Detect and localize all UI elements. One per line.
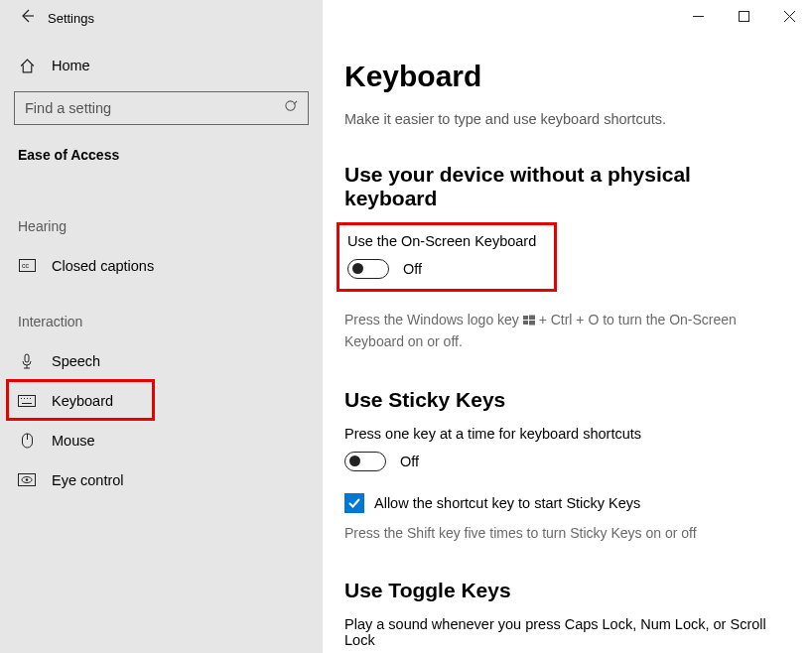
highlight-osk: Use the On-Screen Keyboard Off bbox=[337, 222, 557, 292]
sidebar: Home Ease of Access Hearing cc Closed ca… bbox=[0, 36, 323, 653]
svg-rect-2 bbox=[739, 11, 748, 21]
svg-rect-10 bbox=[19, 395, 36, 406]
sidebar-section-label: Ease of Access bbox=[0, 137, 323, 171]
content-pane: Keyboard Make it easier to type and use … bbox=[323, 36, 812, 653]
sidebar-item-label: Home bbox=[52, 58, 90, 73]
sidebar-item-mouse[interactable]: Mouse bbox=[0, 421, 323, 460]
sidebar-item-eye-control[interactable]: Eye control bbox=[0, 460, 323, 500]
sidebar-item-closed-captions[interactable]: cc Closed captions bbox=[0, 246, 323, 286]
sidebar-group-interaction: Interaction bbox=[0, 286, 323, 341]
svg-rect-9 bbox=[25, 354, 29, 362]
page-subtitle: Make it easier to type and use keyboard … bbox=[344, 111, 782, 127]
sticky-shortcut-checkbox[interactable] bbox=[344, 493, 364, 513]
closed-captions-icon: cc bbox=[18, 259, 36, 273]
sidebar-item-speech[interactable]: Speech bbox=[0, 341, 323, 381]
sidebar-item-label: Speech bbox=[52, 353, 100, 369]
window-title: Settings bbox=[40, 11, 94, 26]
sticky-hint: Press the Shift key five times to turn S… bbox=[344, 523, 771, 543]
sidebar-item-keyboard[interactable]: Keyboard bbox=[0, 381, 323, 421]
back-button[interactable] bbox=[0, 8, 40, 28]
svg-rect-21 bbox=[523, 316, 528, 320]
sticky-toggle-state: Off bbox=[400, 454, 419, 469]
svg-text:cc: cc bbox=[22, 262, 30, 269]
sticky-body: Press one key at a time for keyboard sho… bbox=[344, 426, 782, 442]
osk-hint: Press the Windows logo key + Ctrl + O to… bbox=[344, 310, 771, 352]
close-button[interactable] bbox=[766, 0, 812, 32]
mouse-icon bbox=[18, 433, 36, 450]
minimize-button[interactable] bbox=[675, 0, 721, 32]
sticky-toggle[interactable] bbox=[344, 452, 386, 471]
keyboard-icon bbox=[18, 395, 36, 408]
sidebar-item-label: Eye control bbox=[52, 472, 124, 488]
page-title: Keyboard bbox=[344, 60, 782, 93]
home-icon bbox=[18, 58, 36, 74]
section-heading-osk: Use your device without a physical keybo… bbox=[344, 163, 782, 210]
osk-toggle[interactable] bbox=[347, 259, 389, 279]
svg-rect-23 bbox=[523, 321, 528, 325]
togglekeys-body: Play a sound whenever you press Caps Loc… bbox=[344, 616, 782, 648]
section-heading-toggle: Use Toggle Keys bbox=[344, 579, 782, 602]
maximize-button[interactable] bbox=[721, 0, 766, 32]
windows-logo-icon bbox=[523, 312, 535, 331]
svg-point-5 bbox=[286, 101, 295, 110]
search-input[interactable] bbox=[14, 91, 309, 125]
sidebar-item-home[interactable]: Home bbox=[0, 46, 323, 85]
sidebar-group-hearing: Hearing bbox=[0, 171, 323, 246]
section-heading-sticky: Use Sticky Keys bbox=[344, 388, 782, 412]
svg-point-20 bbox=[26, 478, 29, 481]
eye-icon bbox=[18, 473, 36, 487]
microphone-icon bbox=[18, 353, 36, 370]
sidebar-item-label: Closed captions bbox=[52, 258, 154, 274]
sidebar-item-label: Keyboard bbox=[52, 393, 113, 409]
sidebar-item-label: Mouse bbox=[52, 433, 95, 449]
osk-toggle-state: Off bbox=[403, 261, 422, 277]
osk-label: Use the On-Screen Keyboard bbox=[347, 233, 546, 249]
sticky-checkbox-label: Allow the shortcut key to start Sticky K… bbox=[374, 495, 640, 511]
